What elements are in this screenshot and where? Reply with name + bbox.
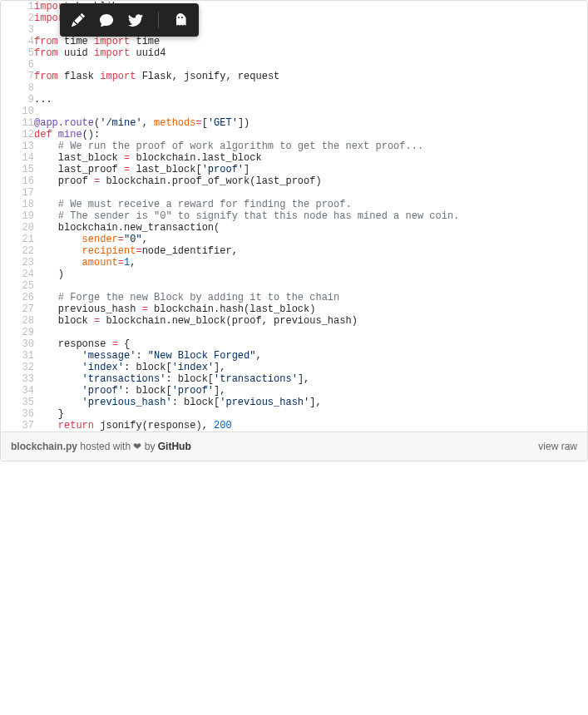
line-number[interactable]: 20: [1, 222, 34, 234]
line-number[interactable]: 1: [1, 1, 34, 12]
code-row: 32 'index': block['index'],: [1, 362, 587, 373]
line-code[interactable]: 'index': block['index'],: [34, 362, 587, 373]
line-number[interactable]: 14: [1, 152, 34, 164]
line-number[interactable]: 32: [1, 362, 34, 373]
line-code[interactable]: [34, 59, 587, 71]
code-row: 13 # We run the proof of work algorithm …: [1, 141, 587, 152]
line-code[interactable]: # Forge the new Block by adding it to th…: [34, 292, 587, 303]
line-code[interactable]: from uuid import uuid4: [34, 47, 587, 59]
line-number[interactable]: 27: [1, 303, 34, 315]
line-code[interactable]: amount=1,: [34, 257, 587, 269]
line-code[interactable]: from time import time: [34, 36, 587, 47]
code-row: 18 # We must receive a reward for findin…: [1, 199, 587, 210]
line-number[interactable]: 16: [1, 175, 34, 187]
line-code[interactable]: [34, 187, 587, 199]
line-number[interactable]: 10: [1, 106, 34, 117]
line-number[interactable]: 13: [1, 141, 34, 152]
line-number[interactable]: 17: [1, 187, 34, 199]
code-row: 23 amount=1,: [1, 257, 587, 269]
line-code[interactable]: response = {: [34, 338, 587, 350]
line-code[interactable]: 'transactions': block['transactions'],: [34, 373, 587, 385]
line-code[interactable]: return jsonify(response), 200: [34, 420, 587, 431]
line-number[interactable]: 31: [1, 350, 34, 362]
line-code[interactable]: from flask import Flask, jsonify, reques…: [34, 71, 587, 82]
github-link[interactable]: GitHub: [158, 441, 191, 452]
code-row: 8: [1, 82, 587, 94]
line-number[interactable]: 34: [1, 385, 34, 397]
line-number[interactable]: 35: [1, 397, 34, 408]
line-number[interactable]: 33: [1, 373, 34, 385]
gist-footer: blockchain.py hosted with ❤ by GitHub vi…: [1, 431, 587, 461]
comment-icon[interactable]: [100, 13, 113, 27]
line-number[interactable]: 36: [1, 408, 34, 420]
line-number[interactable]: 11: [1, 117, 34, 129]
line-code[interactable]: recipient=node_identifier,: [34, 245, 587, 257]
line-number[interactable]: 28: [1, 315, 34, 327]
line-number[interactable]: 8: [1, 82, 34, 94]
line-code[interactable]: # We run the proof of work algorithm to …: [34, 141, 587, 152]
code-row: 28 block = blockchain.new_block(proof, p…: [1, 315, 587, 327]
code-row: 31 'message': "New Block Forged",: [1, 350, 587, 362]
line-code[interactable]: [34, 106, 587, 117]
code-row: 30 response = {: [1, 338, 587, 350]
line-code[interactable]: block = blockchain.new_block(proof, prev…: [34, 315, 587, 327]
code-row: 22 recipient=node_identifier,: [1, 245, 587, 257]
line-code[interactable]: ): [34, 269, 587, 280]
line-number[interactable]: 30: [1, 338, 34, 350]
line-number[interactable]: 25: [1, 280, 34, 292]
line-code[interactable]: ...: [34, 94, 587, 106]
line-number[interactable]: 9: [1, 94, 34, 106]
line-number[interactable]: 37: [1, 420, 34, 431]
code-row: 17: [1, 187, 587, 199]
line-number[interactable]: 22: [1, 245, 34, 257]
filename-link[interactable]: blockchain.py: [11, 441, 77, 452]
line-number[interactable]: 29: [1, 327, 34, 338]
footer-left: blockchain.py hosted with ❤ by GitHub: [11, 441, 191, 452]
line-number[interactable]: 21: [1, 234, 34, 245]
pen-icon[interactable]: [72, 13, 85, 27]
line-number[interactable]: 3: [1, 24, 34, 36]
line-number[interactable]: 26: [1, 292, 34, 303]
line-number[interactable]: 15: [1, 164, 34, 175]
line-number[interactable]: 19: [1, 210, 34, 222]
code-row: 16 proof = blockchain.proof_of_work(last…: [1, 175, 587, 187]
line-code[interactable]: [34, 280, 587, 292]
line-code[interactable]: last_block = blockchain.last_block: [34, 152, 587, 164]
line-code[interactable]: # The sender is "0" to signify that this…: [34, 210, 587, 222]
code-row: 34 'proof': block['proof'],: [1, 385, 587, 397]
line-number[interactable]: 12: [1, 129, 34, 141]
line-number[interactable]: 4: [1, 36, 34, 47]
line-number[interactable]: 24: [1, 269, 34, 280]
code-row: 15 last_proof = last_block['proof']: [1, 164, 587, 175]
twitter-icon[interactable]: [128, 12, 143, 27]
ghost-icon[interactable]: [174, 13, 187, 27]
code-row: 5from uuid import uuid4: [1, 47, 587, 59]
line-code[interactable]: 'proof': block['proof'],: [34, 385, 587, 397]
line-number[interactable]: 7: [1, 71, 34, 82]
code-row: 24 ): [1, 269, 587, 280]
line-code[interactable]: last_proof = last_block['proof']: [34, 164, 587, 175]
line-code[interactable]: def mine():: [34, 129, 587, 141]
line-number[interactable]: 5: [1, 47, 34, 59]
line-code[interactable]: @app.route('/mine', methods=['GET']): [34, 117, 587, 129]
line-code[interactable]: }: [34, 408, 587, 420]
line-code[interactable]: [34, 82, 587, 94]
line-number[interactable]: 23: [1, 257, 34, 269]
line-code[interactable]: [34, 327, 587, 338]
view-raw-link[interactable]: view raw: [538, 441, 577, 452]
line-code[interactable]: 'previous_hash': block['previous_hash'],: [34, 397, 587, 408]
code-row: 36 }: [1, 408, 587, 420]
code-body: 1import hashlib2import json34from time i…: [1, 1, 587, 431]
code-row: 9...: [1, 94, 587, 106]
line-number[interactable]: 6: [1, 59, 34, 71]
line-number[interactable]: 2: [1, 12, 34, 24]
line-code[interactable]: blockchain.new_transaction(: [34, 222, 587, 234]
line-code[interactable]: proof = blockchain.proof_of_work(last_pr…: [34, 175, 587, 187]
line-code[interactable]: 'message': "New Block Forged",: [34, 350, 587, 362]
line-code[interactable]: previous_hash = blockchain.hash(last_blo…: [34, 303, 587, 315]
line-number[interactable]: 18: [1, 199, 34, 210]
line-code[interactable]: sender="0",: [34, 234, 587, 245]
code-table: 1import hashlib2import json34from time i…: [1, 1, 587, 431]
line-code[interactable]: # We must receive a reward for finding t…: [34, 199, 587, 210]
code-row: 21 sender="0",: [1, 234, 587, 245]
